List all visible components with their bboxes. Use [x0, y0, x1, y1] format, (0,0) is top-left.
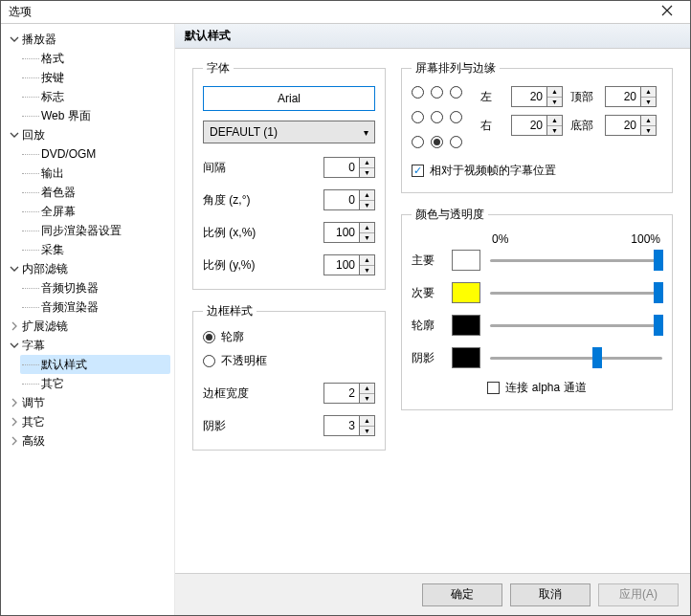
alignment-radio-2[interactable] [450, 86, 462, 99]
color-row-label: 轮廓 [412, 318, 442, 334]
close-button[interactable] [648, 5, 686, 19]
tree-branch-icon [22, 192, 39, 193]
chevron-down-icon [9, 129, 20, 141]
tree-node[interactable]: Web 界面 [20, 106, 170, 125]
alignment-radio-8[interactable] [450, 136, 462, 148]
tree-branch-icon [22, 384, 39, 385]
shadow-depth-spin[interactable]: ▲▼ [323, 415, 375, 436]
angle-spin[interactable]: ▲▼ [323, 189, 375, 210]
color-row-label: 阴影 [412, 350, 442, 366]
alignment-radio-5[interactable] [450, 111, 462, 123]
tree-node[interactable]: 输出 [20, 164, 170, 183]
opacity-slider[interactable] [490, 315, 662, 336]
alignment-radio-0[interactable] [412, 86, 424, 99]
alignment-group: 屏幕排列与边缘 左 ▲▼ 顶部 ▲▼ [401, 60, 673, 193]
tree-node[interactable]: 音频切换器 [20, 278, 170, 297]
tree-branch-icon [22, 97, 39, 98]
chevron-right-icon [9, 320, 20, 332]
tree-node[interactable]: 音频渲染器 [20, 297, 170, 317]
tree-node[interactable]: 按键 [20, 68, 170, 87]
tree-node[interactable]: 内部滤镜 [7, 259, 170, 278]
options-window: 选项 播放器格式按键标志Web 界面回放DVD/OGM输出着色器全屏幕同步渲染器… [0, 0, 691, 616]
border-outline-option[interactable]: 轮廓 [203, 329, 375, 345]
tree-node[interactable]: 播放器 [7, 30, 170, 49]
color-swatch[interactable] [452, 347, 480, 368]
font-button[interactable]: Arial [203, 86, 375, 111]
opacity-slider[interactable] [490, 347, 662, 368]
spacing-label: 间隔 [203, 160, 226, 176]
tree-branch-icon [22, 250, 39, 251]
bottom-margin-label: 底部 [570, 118, 597, 134]
scalex-spin[interactable]: ▲▼ [323, 222, 375, 243]
tree-node[interactable]: 回放 [7, 125, 170, 144]
tree-branch-icon [22, 288, 39, 289]
tree-branch-icon [22, 231, 39, 231]
relative-position-check[interactable]: ✓ 相对于视频帧的字幕位置 [412, 163, 662, 179]
tree-node[interactable]: 调节 [7, 393, 170, 412]
spacing-spin[interactable]: ▲▼ [323, 157, 375, 178]
right-margin-spin[interactable]: ▲▼ [511, 115, 563, 136]
link-alpha-check[interactable]: 连接 alpha 通道 [412, 380, 662, 396]
font-group: 字体 Arial DEFAULT (1) ▾ 间隔▲▼ 角度 (z,°)▲▼ 比… [192, 60, 386, 290]
alignment-radio-1[interactable] [431, 86, 443, 99]
opacity-slider[interactable] [490, 282, 662, 303]
panel-title: 默认样式 [175, 24, 690, 49]
right-margin-label: 右 [480, 118, 503, 134]
left-margin-spin[interactable]: ▲▼ [511, 86, 563, 107]
alignment-radio-grid[interactable] [412, 86, 467, 157]
chevron-down-icon [9, 340, 20, 351]
alignment-radio-4[interactable] [431, 111, 443, 123]
color-swatch[interactable] [452, 282, 480, 303]
tree-node[interactable]: 字幕 [7, 336, 170, 355]
tree-branch-icon [22, 116, 39, 117]
opacity-slider[interactable] [490, 250, 662, 271]
scaley-spin[interactable]: ▲▼ [323, 254, 375, 275]
tree-node[interactable]: 格式 [20, 49, 170, 68]
font-group-legend: 字体 [203, 60, 234, 77]
border-width-label: 边框宽度 [203, 385, 249, 402]
tree-node[interactable]: 着色器 [20, 183, 170, 202]
window-title: 选项 [5, 4, 648, 20]
tree-node[interactable]: 其它 [20, 374, 170, 393]
alignment-radio-6[interactable] [412, 136, 424, 148]
ok-button[interactable]: 确定 [422, 583, 502, 606]
border-group: 边框样式 轮廓 不透明框 边框宽度▲▼ 阴影▲▼ [192, 303, 386, 451]
alignment-radio-7[interactable] [431, 136, 443, 148]
color-row-label: 主要 [412, 253, 442, 269]
bottom-margin-spin[interactable]: ▲▼ [605, 115, 657, 136]
tree-node[interactable]: 全屏幕 [20, 202, 170, 221]
tree-branch-icon [22, 211, 39, 212]
chevron-right-icon [9, 397, 20, 408]
color-row: 次要 [412, 282, 662, 303]
tree-node[interactable]: 其它 [7, 412, 170, 431]
color-swatch[interactable] [452, 315, 480, 336]
tree-node[interactable]: 默认样式 [20, 355, 170, 374]
tree-node[interactable]: 采集 [20, 240, 170, 259]
apply-button[interactable]: 应用(A) [598, 583, 679, 606]
chevron-down-icon [9, 263, 20, 275]
border-width-spin[interactable]: ▲▼ [323, 383, 375, 404]
top-margin-spin[interactable]: ▲▼ [605, 86, 657, 107]
tree-node[interactable]: DVD/OGM [20, 144, 170, 164]
opacity-0-label: 0% [492, 232, 508, 246]
border-opaque-option[interactable]: 不透明框 [203, 353, 375, 369]
color-swatch[interactable] [452, 250, 480, 271]
color-row-label: 次要 [412, 285, 442, 301]
charset-select[interactable]: DEFAULT (1) ▾ [203, 121, 375, 143]
tree-node[interactable]: 标志 [20, 87, 170, 106]
checkbox-icon [487, 382, 500, 394]
tree-branch-icon [22, 307, 39, 308]
chevron-down-icon [9, 33, 20, 45]
radio-icon [203, 331, 215, 343]
category-tree[interactable]: 播放器格式按键标志Web 界面回放DVD/OGM输出着色器全屏幕同步渲染器设置采… [1, 24, 175, 615]
cancel-button[interactable]: 取消 [510, 583, 591, 606]
tree-node[interactable]: 同步渲染器设置 [20, 221, 170, 240]
color-row: 主要 [412, 250, 662, 271]
tree-node[interactable]: 高级 [7, 431, 170, 451]
color-row: 阴影 [412, 347, 662, 368]
tree-branch-icon [22, 173, 39, 174]
alignment-radio-3[interactable] [412, 111, 424, 123]
tree-node[interactable]: 扩展滤镜 [7, 317, 170, 336]
chevron-down-icon: ▾ [364, 127, 368, 138]
alignment-group-legend: 屏幕排列与边缘 [412, 60, 500, 77]
